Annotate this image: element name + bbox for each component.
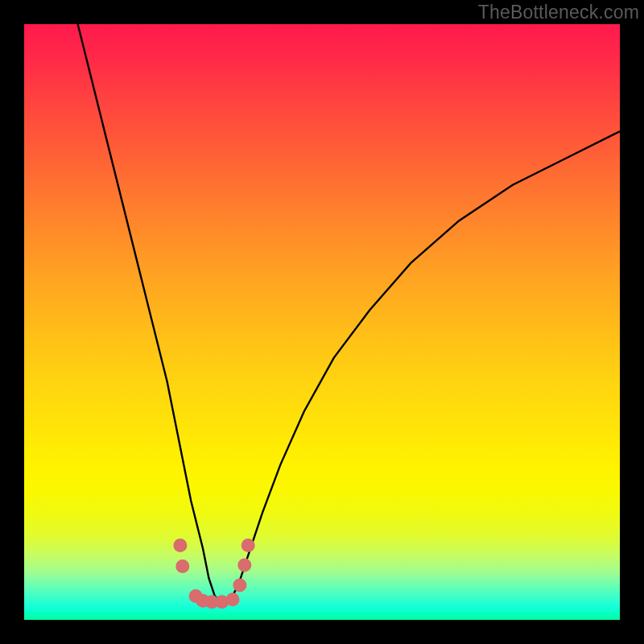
marker-dot [237, 558, 251, 572]
marker-dot [233, 579, 246, 592]
bottleneck-curve [78, 24, 620, 602]
curve-layer [24, 24, 620, 620]
marker-dot [175, 559, 189, 573]
marker-dot [226, 592, 240, 606]
plot-area [24, 24, 620, 620]
chart-frame: TheBottleneck.com [0, 0, 644, 644]
watermark-text: TheBottleneck.com [478, 2, 639, 23]
marker-dot [242, 539, 255, 552]
marker-dot [173, 539, 187, 552]
